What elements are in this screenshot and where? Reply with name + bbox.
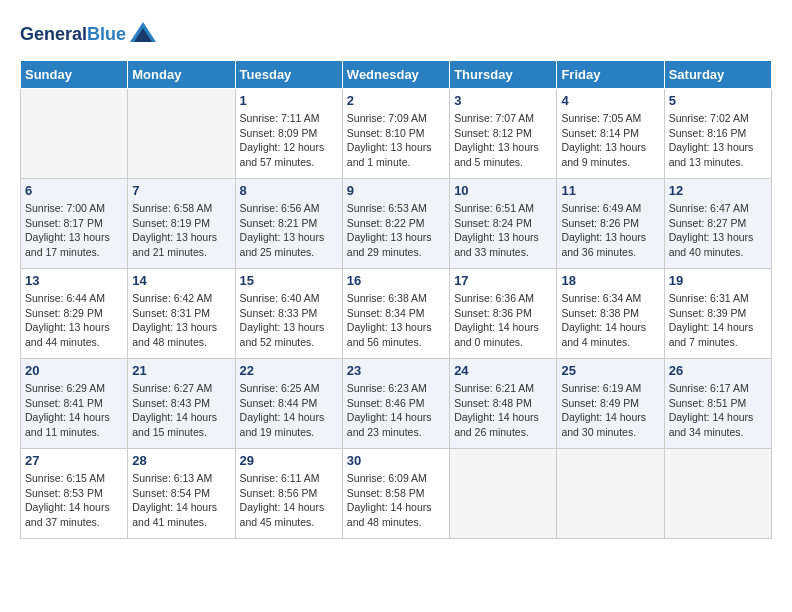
header-cell-friday: Friday <box>557 61 664 89</box>
day-number: 2 <box>347 93 445 108</box>
day-number: 3 <box>454 93 552 108</box>
header-cell-saturday: Saturday <box>664 61 771 89</box>
day-number: 8 <box>240 183 338 198</box>
day-cell: 6Sunrise: 7:00 AMSunset: 8:17 PMDaylight… <box>21 179 128 269</box>
day-cell: 2Sunrise: 7:09 AMSunset: 8:10 PMDaylight… <box>342 89 449 179</box>
day-info: Sunrise: 6:53 AMSunset: 8:22 PMDaylight:… <box>347 201 445 260</box>
day-number: 4 <box>561 93 659 108</box>
day-cell: 7Sunrise: 6:58 AMSunset: 8:19 PMDaylight… <box>128 179 235 269</box>
logo-icon <box>128 20 158 50</box>
day-info: Sunrise: 6:09 AMSunset: 8:58 PMDaylight:… <box>347 471 445 530</box>
day-number: 23 <box>347 363 445 378</box>
day-info: Sunrise: 6:44 AMSunset: 8:29 PMDaylight:… <box>25 291 123 350</box>
day-cell: 11Sunrise: 6:49 AMSunset: 8:26 PMDayligh… <box>557 179 664 269</box>
day-cell: 28Sunrise: 6:13 AMSunset: 8:54 PMDayligh… <box>128 449 235 539</box>
day-number: 26 <box>669 363 767 378</box>
day-info: Sunrise: 6:56 AMSunset: 8:21 PMDaylight:… <box>240 201 338 260</box>
day-cell: 14Sunrise: 6:42 AMSunset: 8:31 PMDayligh… <box>128 269 235 359</box>
day-info: Sunrise: 6:11 AMSunset: 8:56 PMDaylight:… <box>240 471 338 530</box>
day-number: 11 <box>561 183 659 198</box>
day-info: Sunrise: 6:25 AMSunset: 8:44 PMDaylight:… <box>240 381 338 440</box>
day-info: Sunrise: 6:13 AMSunset: 8:54 PMDaylight:… <box>132 471 230 530</box>
day-cell: 12Sunrise: 6:47 AMSunset: 8:27 PMDayligh… <box>664 179 771 269</box>
day-number: 13 <box>25 273 123 288</box>
day-cell: 8Sunrise: 6:56 AMSunset: 8:21 PMDaylight… <box>235 179 342 269</box>
day-info: Sunrise: 6:27 AMSunset: 8:43 PMDaylight:… <box>132 381 230 440</box>
day-info: Sunrise: 6:51 AMSunset: 8:24 PMDaylight:… <box>454 201 552 260</box>
day-info: Sunrise: 6:40 AMSunset: 8:33 PMDaylight:… <box>240 291 338 350</box>
day-cell: 19Sunrise: 6:31 AMSunset: 8:39 PMDayligh… <box>664 269 771 359</box>
logo-text: GeneralBlue <box>20 25 126 45</box>
day-number: 14 <box>132 273 230 288</box>
day-number: 6 <box>25 183 123 198</box>
page-header: GeneralBlue <box>20 20 772 50</box>
day-number: 28 <box>132 453 230 468</box>
day-number: 7 <box>132 183 230 198</box>
day-number: 1 <box>240 93 338 108</box>
day-info: Sunrise: 6:31 AMSunset: 8:39 PMDaylight:… <box>669 291 767 350</box>
day-number: 20 <box>25 363 123 378</box>
day-number: 9 <box>347 183 445 198</box>
day-cell: 1Sunrise: 7:11 AMSunset: 8:09 PMDaylight… <box>235 89 342 179</box>
day-cell: 18Sunrise: 6:34 AMSunset: 8:38 PMDayligh… <box>557 269 664 359</box>
day-cell: 23Sunrise: 6:23 AMSunset: 8:46 PMDayligh… <box>342 359 449 449</box>
day-info: Sunrise: 6:21 AMSunset: 8:48 PMDaylight:… <box>454 381 552 440</box>
day-cell: 22Sunrise: 6:25 AMSunset: 8:44 PMDayligh… <box>235 359 342 449</box>
day-cell: 26Sunrise: 6:17 AMSunset: 8:51 PMDayligh… <box>664 359 771 449</box>
logo: GeneralBlue <box>20 20 158 50</box>
header-row: SundayMondayTuesdayWednesdayThursdayFrid… <box>21 61 772 89</box>
day-info: Sunrise: 6:34 AMSunset: 8:38 PMDaylight:… <box>561 291 659 350</box>
day-number: 15 <box>240 273 338 288</box>
day-info: Sunrise: 6:49 AMSunset: 8:26 PMDaylight:… <box>561 201 659 260</box>
header-cell-thursday: Thursday <box>450 61 557 89</box>
calendar-body: 1Sunrise: 7:11 AMSunset: 8:09 PMDaylight… <box>21 89 772 539</box>
day-number: 18 <box>561 273 659 288</box>
day-info: Sunrise: 7:02 AMSunset: 8:16 PMDaylight:… <box>669 111 767 170</box>
day-number: 12 <box>669 183 767 198</box>
day-cell: 4Sunrise: 7:05 AMSunset: 8:14 PMDaylight… <box>557 89 664 179</box>
day-cell: 9Sunrise: 6:53 AMSunset: 8:22 PMDaylight… <box>342 179 449 269</box>
day-number: 27 <box>25 453 123 468</box>
day-cell <box>128 89 235 179</box>
day-cell: 20Sunrise: 6:29 AMSunset: 8:41 PMDayligh… <box>21 359 128 449</box>
day-info: Sunrise: 6:38 AMSunset: 8:34 PMDaylight:… <box>347 291 445 350</box>
day-number: 24 <box>454 363 552 378</box>
day-info: Sunrise: 7:09 AMSunset: 8:10 PMDaylight:… <box>347 111 445 170</box>
day-cell: 27Sunrise: 6:15 AMSunset: 8:53 PMDayligh… <box>21 449 128 539</box>
day-cell: 10Sunrise: 6:51 AMSunset: 8:24 PMDayligh… <box>450 179 557 269</box>
day-number: 17 <box>454 273 552 288</box>
day-info: Sunrise: 6:23 AMSunset: 8:46 PMDaylight:… <box>347 381 445 440</box>
day-number: 10 <box>454 183 552 198</box>
week-row-3: 13Sunrise: 6:44 AMSunset: 8:29 PMDayligh… <box>21 269 772 359</box>
day-number: 16 <box>347 273 445 288</box>
day-info: Sunrise: 6:19 AMSunset: 8:49 PMDaylight:… <box>561 381 659 440</box>
day-number: 29 <box>240 453 338 468</box>
week-row-5: 27Sunrise: 6:15 AMSunset: 8:53 PMDayligh… <box>21 449 772 539</box>
day-cell: 30Sunrise: 6:09 AMSunset: 8:58 PMDayligh… <box>342 449 449 539</box>
week-row-2: 6Sunrise: 7:00 AMSunset: 8:17 PMDaylight… <box>21 179 772 269</box>
day-cell: 13Sunrise: 6:44 AMSunset: 8:29 PMDayligh… <box>21 269 128 359</box>
day-cell <box>557 449 664 539</box>
day-cell: 3Sunrise: 7:07 AMSunset: 8:12 PMDaylight… <box>450 89 557 179</box>
day-cell: 5Sunrise: 7:02 AMSunset: 8:16 PMDaylight… <box>664 89 771 179</box>
day-number: 19 <box>669 273 767 288</box>
day-cell: 17Sunrise: 6:36 AMSunset: 8:36 PMDayligh… <box>450 269 557 359</box>
day-info: Sunrise: 7:11 AMSunset: 8:09 PMDaylight:… <box>240 111 338 170</box>
week-row-1: 1Sunrise: 7:11 AMSunset: 8:09 PMDaylight… <box>21 89 772 179</box>
day-info: Sunrise: 7:00 AMSunset: 8:17 PMDaylight:… <box>25 201 123 260</box>
day-number: 21 <box>132 363 230 378</box>
day-number: 5 <box>669 93 767 108</box>
header-cell-monday: Monday <box>128 61 235 89</box>
calendar-table: SundayMondayTuesdayWednesdayThursdayFrid… <box>20 60 772 539</box>
day-cell <box>450 449 557 539</box>
day-info: Sunrise: 6:29 AMSunset: 8:41 PMDaylight:… <box>25 381 123 440</box>
day-number: 30 <box>347 453 445 468</box>
day-info: Sunrise: 7:05 AMSunset: 8:14 PMDaylight:… <box>561 111 659 170</box>
day-info: Sunrise: 6:47 AMSunset: 8:27 PMDaylight:… <box>669 201 767 260</box>
header-cell-wednesday: Wednesday <box>342 61 449 89</box>
day-cell: 25Sunrise: 6:19 AMSunset: 8:49 PMDayligh… <box>557 359 664 449</box>
day-info: Sunrise: 6:36 AMSunset: 8:36 PMDaylight:… <box>454 291 552 350</box>
day-info: Sunrise: 7:07 AMSunset: 8:12 PMDaylight:… <box>454 111 552 170</box>
day-info: Sunrise: 6:42 AMSunset: 8:31 PMDaylight:… <box>132 291 230 350</box>
day-cell <box>664 449 771 539</box>
